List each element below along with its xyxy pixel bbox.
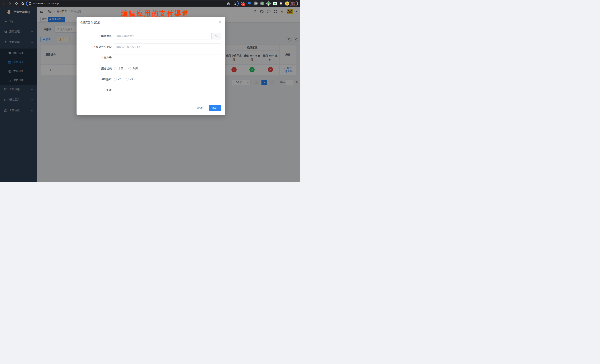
channel-rate-input-group: % (114, 33, 221, 39)
extension-y-icon[interactable]: y (266, 1, 271, 6)
share-icon[interactable] (227, 2, 230, 5)
url-text: localhost:1024/pay/app (33, 2, 227, 5)
browser-menu-icon[interactable] (297, 2, 298, 5)
appid-input[interactable] (114, 44, 221, 50)
close-icon[interactable] (218, 21, 221, 24)
api-version-radio-group: v2 v3 (114, 77, 138, 81)
site-info-icon[interactable] (29, 2, 31, 5)
dialog-title: 创建支付渠道 (80, 20, 100, 25)
browser-chrome: localhost:1024/pay/app 10 y 更新 (0, 0, 300, 7)
api-v2-radio[interactable] (114, 78, 117, 81)
cancel-button[interactable]: 取消 (194, 105, 206, 111)
merchant-id-label: *商户号 (76, 54, 112, 61)
browser-forward-button[interactable] (8, 2, 12, 5)
channel-status-radio-group: 开启 关闭 (114, 67, 143, 70)
status-open-label[interactable]: 开启 (118, 67, 123, 70)
api-v3-radio[interactable] (126, 78, 129, 81)
annotation-text: 编辑应用的支付渠道 (121, 9, 189, 18)
extension-icon-badge[interactable]: 10 (241, 1, 245, 6)
browser-back-button[interactable] (2, 2, 6, 5)
channel-rate-label: *渠道费率 (76, 33, 112, 39)
percent-suffix: % (211, 33, 221, 39)
browser-reload-button[interactable] (14, 2, 18, 5)
browser-home-button[interactable] (21, 2, 24, 5)
extensions-puzzle-icon[interactable] (279, 2, 283, 5)
extension-command-icon[interactable] (254, 1, 258, 5)
browser-update-button[interactable]: 更新 (289, 1, 298, 6)
confirm-button[interactable]: 确定 (209, 105, 221, 111)
status-closed-label[interactable]: 关闭 (132, 67, 138, 70)
status-open-radio[interactable] (114, 67, 117, 70)
address-bar[interactable]: localhost:1024/pay/app (26, 1, 239, 6)
api-version-label: *API 版本 (76, 76, 112, 82)
create-channel-dialog: 创建支付渠道 *渠道费率 % *公众号APPID *商户号 *渠道状态 开启 关… (76, 17, 225, 115)
api-v2-label[interactable]: v2 (118, 78, 121, 81)
appid-label: *公众号APPID (76, 44, 112, 50)
merchant-id-input[interactable] (114, 54, 221, 61)
bookmark-star-icon[interactable] (233, 2, 236, 5)
remark-label: 备注 (76, 87, 112, 93)
extension-badge-count: 10 (242, 3, 245, 6)
channel-status-label: *渠道状态 (76, 65, 112, 72)
extension-chat-icon[interactable] (273, 2, 277, 5)
api-v3-label[interactable]: v3 (130, 78, 133, 81)
extension-green-dot-icon[interactable] (260, 1, 264, 5)
status-closed-radio[interactable] (128, 67, 131, 70)
channel-rate-input[interactable] (114, 33, 211, 39)
remark-input[interactable] (114, 87, 221, 93)
extension-balloon-icon[interactable] (247, 1, 252, 6)
